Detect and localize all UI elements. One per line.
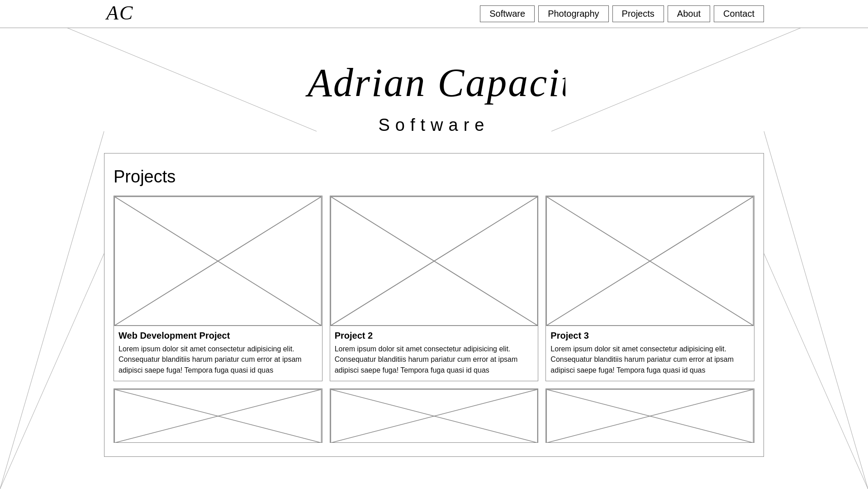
project-card-1[interactable]: Web Development Project Lorem ipsum dolo… [114,196,323,381]
project-info-2: Project 2 Lorem ipsum dolor sit amet con… [330,326,538,381]
svg-line-4 [0,254,104,489]
project-name-2: Project 2 [335,331,534,341]
nav-contact[interactable]: Contact [714,5,764,22]
project-desc-1: Lorem ipsum dolor sit amet consectetur a… [119,344,318,375]
project-card-2[interactable]: Project 2 Lorem ipsum dolor sit amet con… [330,196,539,381]
project-card-partial-5[interactable] [330,388,539,443]
projects-title: Projects [114,167,754,187]
project-image-placeholder-1 [114,196,322,326]
hero-section: Adrian Capacite Software [0,28,868,153]
svg-text:AC: AC [105,2,133,23]
project-card-partial-6[interactable] [545,388,754,443]
site-logo: AC [104,0,158,27]
projects-grid-bottom [114,388,754,443]
svg-text:Adrian Capacite: Adrian Capacite [305,61,565,105]
project-desc-2: Lorem ipsum dolor sit amet consectetur a… [335,344,534,375]
projects-grid: Web Development Project Lorem ipsum dolo… [114,196,754,381]
project-info-3: Project 3 Lorem ipsum dolor sit amet con… [546,326,754,381]
svg-line-2 [0,131,104,489]
hero-subtitle: Software [0,115,868,135]
nav-links: Software Photography Projects About Cont… [480,5,764,22]
project-image-placeholder-2 [330,196,538,326]
logo-svg: AC [104,0,158,23]
main-content: Projects Web Development Project Lorem i… [104,153,764,457]
svg-line-5 [764,254,868,489]
project-info-1: Web Development Project Lorem ipsum dolo… [114,326,322,381]
project-name-3: Project 3 [550,331,749,341]
nav-projects[interactable]: Projects [612,5,664,22]
project-card-partial-4[interactable] [114,388,323,443]
project-image-placeholder-3 [546,196,754,326]
project-name-1: Web Development Project [119,331,318,341]
nav-about[interactable]: About [668,5,710,22]
hero-name-svg: Adrian Capacite [303,55,565,105]
project-desc-3: Lorem ipsum dolor sit amet consectetur a… [550,344,749,375]
hero-name: Adrian Capacite [0,55,868,112]
navigation: AC Software Photography Projects About C… [0,0,868,28]
nav-photography[interactable]: Photography [538,5,608,22]
svg-line-3 [764,131,868,489]
project-card-3[interactable]: Project 3 Lorem ipsum dolor sit amet con… [545,196,754,381]
nav-software[interactable]: Software [480,5,535,22]
